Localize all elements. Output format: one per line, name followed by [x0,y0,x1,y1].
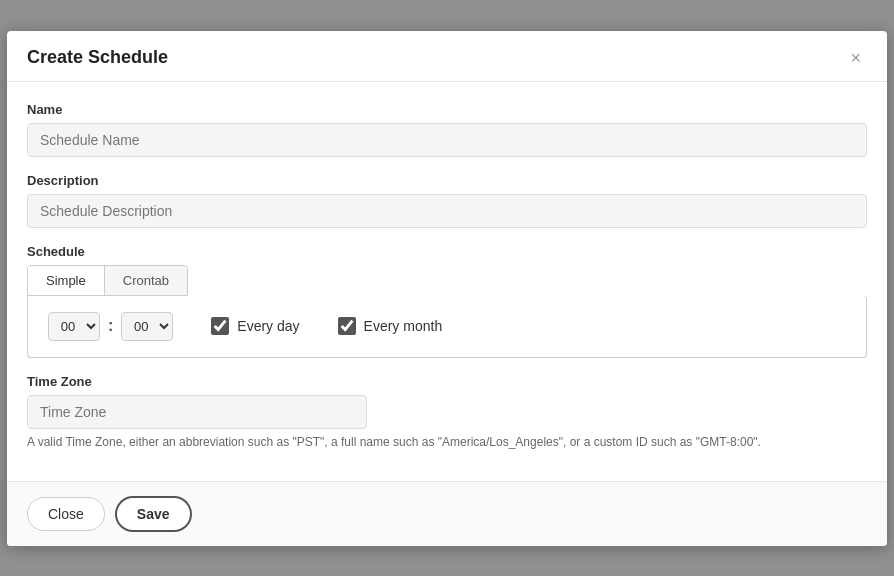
schedule-group: Schedule Simple Crontab 00 01 02 : [27,244,867,358]
every-day-label: Every day [237,318,299,334]
every-month-checkbox[interactable] [338,317,356,335]
name-input[interactable] [27,123,867,157]
modal-close-x-button[interactable]: × [844,47,867,69]
tab-simple[interactable]: Simple [28,266,105,295]
every-month-group: Every month [338,317,443,335]
timezone-group: Time Zone A valid Time Zone, either an a… [27,374,867,449]
save-button[interactable]: Save [115,496,192,532]
modal-backdrop: Create Schedule × Name Description Sched… [0,0,894,576]
description-label: Description [27,173,867,188]
every-day-group: Every day [211,317,299,335]
schedule-panel: 00 01 02 : 00 15 30 Every day [27,296,867,358]
modal-footer: Close Save [7,481,887,546]
tab-crontab[interactable]: Crontab [105,266,187,295]
modal-title: Create Schedule [27,47,168,68]
timezone-input[interactable] [27,395,367,429]
schedule-tabs: Simple Crontab [27,265,188,296]
name-label: Name [27,102,867,117]
timezone-hint: A valid Time Zone, either an abbreviatio… [27,435,867,449]
timezone-label: Time Zone [27,374,867,389]
schedule-label: Schedule [27,244,867,259]
name-group: Name [27,102,867,157]
every-month-label: Every month [364,318,443,334]
close-button[interactable]: Close [27,497,105,531]
modal-header: Create Schedule × [7,31,887,82]
modal: Create Schedule × Name Description Sched… [7,31,887,546]
description-input[interactable] [27,194,867,228]
time-colon: : [108,317,113,335]
modal-body: Name Description Schedule Simple Crontab… [7,82,887,481]
schedule-row: 00 01 02 : 00 15 30 Every day [48,312,846,341]
hour-select[interactable]: 00 01 02 [48,312,100,341]
minute-select[interactable]: 00 15 30 [121,312,173,341]
description-group: Description [27,173,867,228]
every-day-checkbox[interactable] [211,317,229,335]
